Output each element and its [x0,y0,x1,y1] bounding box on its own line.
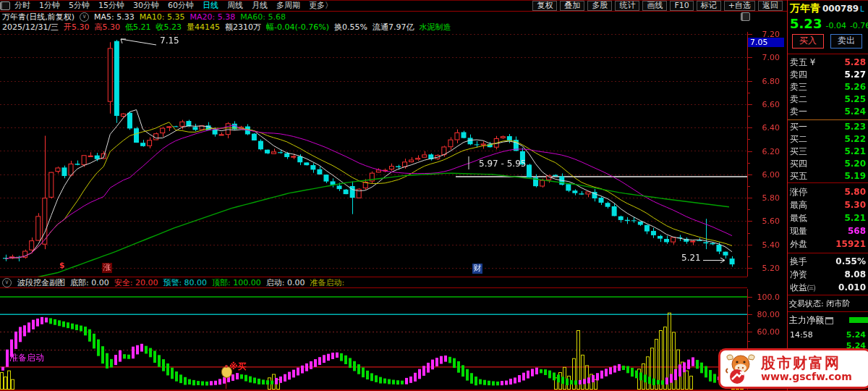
price-axis-label: 6.20 [748,147,780,156]
ohlc-info-row: 2025/12/31/三开5.30高5.30低5.21收5.23量44145额2… [0,22,749,32]
flow-green-bar [849,317,868,323]
logo-text: 股市财富网 www.gscfw.com [761,355,852,382]
tool-item-多股[interactable]: 多股 [587,1,612,11]
book-price: 5.22 [844,133,866,146]
book-label: 卖二 [788,94,807,104]
text-token: 开5.30 [64,22,90,33]
main-candlestick-chart[interactable] [0,32,787,277]
indicator-chevron-icon[interactable]: ∨ [2,278,12,287]
indicator-params: 波段挖金副图底部: 0.00安全: 20.00预警: 80.00顶部: 100.… [17,277,344,288]
sell-button[interactable]: 卖出 [830,34,862,49]
book-row-买一[interactable]: 买一5.23 [788,121,868,133]
tool-item-F10[interactable]: F10 [670,1,693,11]
book-row-买二[interactable]: 买二5.22 [788,133,868,146]
indicator-axis-label: 100.0 [748,293,780,302]
tool-item-画线[interactable]: 画线 [642,1,667,11]
text-token: 顶部: 100.00 [212,277,261,288]
text-token: MA60: 5.68 [240,12,286,22]
panel-divider [788,182,868,183]
stat-value: 8.08 [844,268,866,281]
menu-item-15分钟[interactable]: 15分钟 [98,1,124,10]
last-price-note: 5.21 [681,253,701,263]
tool-item-返回[interactable]: 返回 [758,1,783,11]
menu-item-60分钟[interactable]: 60分钟 [168,1,194,10]
flow-toggle-icon[interactable] [825,317,833,324]
menu-item-5分钟[interactable]: 5分钟 [69,1,90,10]
tool-item-复权[interactable]: 复权 [532,1,557,11]
price-change-pct: -0.76 [850,21,868,29]
menu-item-月线[interactable]: 月线 [252,1,268,10]
collapse-chevron-icon[interactable]: ∨ [80,12,89,22]
text-token: 额2310万 [225,22,261,33]
site-watermark[interactable]: 股市财富网 www.gscfw.com [718,348,868,389]
menu-item-多周期[interactable]: 多周期 [276,1,300,10]
indicator-axis-label: 80.00 [748,310,780,319]
stat-row-换手: 换手0.55% [788,255,868,268]
tool-item-叠加[interactable]: 叠加 [560,1,584,11]
wealth-signal-badge: 财 [472,264,482,274]
tick-price: 5.24 [846,330,866,340]
book-price: 5.28 [844,56,866,69]
main-net-flow-label: 主力净额 [789,315,824,325]
tool-item-统计[interactable]: 统计 [615,1,639,11]
book-price: 5.23 [844,121,866,133]
stat-row-现量: 现量568 [788,224,868,237]
book-label: 卖五 ¥ [788,57,815,67]
text-token: 2025/12/31/三 [2,22,59,33]
text-token: 启动: 0.00 [266,277,305,288]
period-menu: 分时1分钟5分钟15分钟30分钟60分钟日线周线月线多周期更多〉 [12,1,333,10]
text-token: 高5.30 [95,22,121,33]
book-price: 5.21 [844,146,866,158]
book-row-卖五[interactable]: 卖五 ¥5.28 [788,56,868,69]
text-token: 收5.23 [156,22,182,33]
text-token: MA20: 5.38 [190,12,236,22]
menu-item-日线[interactable]: 日线 [203,1,218,10]
menu-item-30分钟[interactable]: 30分钟 [133,1,159,10]
pane-toggle-icon[interactable] [741,12,750,21]
tool-item-+自选[interactable]: +自选 [724,1,755,11]
price-axis-label: 5.20 [748,264,780,273]
book-row-买五[interactable]: 买五5.19 [788,170,868,182]
range-price-note: 5.97 - 5.95 [479,159,526,169]
menu-item-更多〉[interactable]: 更多〉 [309,1,333,10]
stat-row-净资: 净资8.08 [788,268,868,281]
book-row-卖二[interactable]: 卖二5.25 [788,93,868,106]
book-price: 5.24 [844,106,866,118]
price-change: -0.04 [825,21,846,29]
level-flag: L [860,5,864,13]
book-price: 5.20 [844,158,866,170]
price-axis-label: 5.40 [748,240,780,250]
menu-item-周线[interactable]: 周线 [227,1,243,10]
tick-time: 14:58 [788,330,813,340]
instrument-title: 万年青(日线,前复权) [2,12,75,22]
stat-row-最高: 最高5.30 [788,198,868,211]
stat-value: 5.30 [844,198,866,211]
trading-app-window: 分时1分钟5分钟15分钟30分钟60分钟日线周线月线多周期更多〉 复权叠加多股统… [0,0,868,391]
text-token: 安全: 20.00 [114,277,158,288]
stock-name-row[interactable]: 万年青000789L [788,1,868,13]
dollar-signal-icon: $ [59,261,65,270]
book-row-卖三[interactable]: 卖三5.26 [788,81,868,93]
stat-row-外盘: 外盘15921 [788,237,868,251]
price-axis-label: 5.80 [748,193,780,203]
book-label: 卖四 [788,70,807,80]
text-token: 幅-0.04(-0.76%) [266,22,329,33]
book-row-卖一[interactable]: 卖一5.24 [788,106,868,118]
stat-label: 现量 [788,226,807,236]
text-token: 底部: 0.00 [70,277,109,288]
stat-value: 15921 [835,237,866,251]
oscillator-chart[interactable] [0,289,787,390]
buy-button[interactable]: 买入 [792,34,824,49]
menu-item-1分钟[interactable]: 1分钟 [39,1,60,10]
book-row-买三[interactable]: 买三5.21 [788,146,868,158]
tool-item-标记[interactable]: 标记 [697,1,721,11]
indicator-axis-label: 60.00 [748,327,780,337]
stat-label: 最高 [788,200,807,210]
menu-item-分时[interactable]: 分时 [14,1,30,10]
book-row-卖四[interactable]: 卖四5.27 [788,69,868,81]
bull-logo-icon [724,353,757,384]
book-row-买四[interactable]: 买四5.20 [788,158,868,170]
ma-values: MA5: 5.33MA10: 5.35MA20: 5.38MA60: 5.68 [94,12,286,22]
window-icon[interactable] [0,1,10,10]
text-token: 流通7.97亿 [373,22,414,33]
